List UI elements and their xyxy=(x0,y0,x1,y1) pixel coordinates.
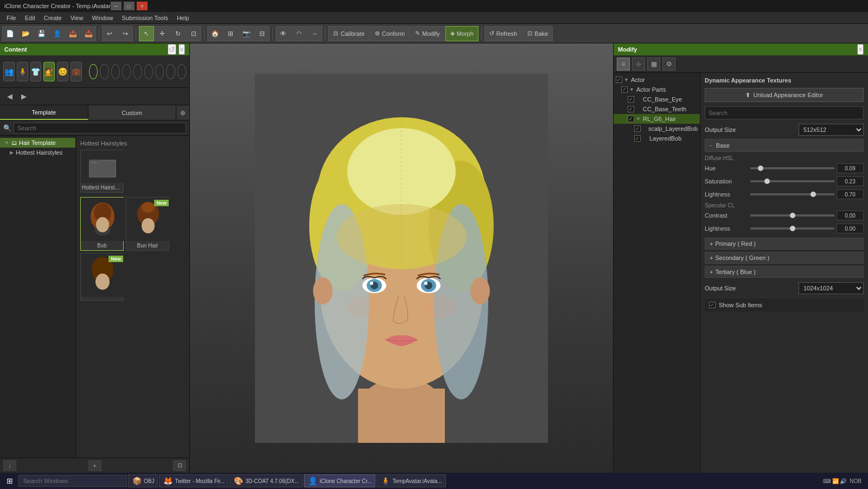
actor-item-hair[interactable]: ✓ ▼ RL_G6_Hair xyxy=(614,114,700,124)
wireframe-btn[interactable]: ⊞ xyxy=(223,26,238,41)
tab-mesh-btn[interactable]: ⊹ xyxy=(632,58,645,71)
hair-checkbox[interactable]: ✓ xyxy=(628,116,634,122)
shape-btn[interactable]: ◠ xyxy=(291,26,307,41)
people-icon-btn[interactable]: 👥 xyxy=(3,62,15,81)
body-icon-btn[interactable]: 🧍 xyxy=(17,62,28,81)
content-close-btn[interactable]: × xyxy=(178,44,185,55)
tree-item-hair-template[interactable]: ▼ 🗂 Hair Template xyxy=(0,138,75,148)
menu-submission-tools[interactable]: Submission Tools xyxy=(118,14,173,22)
redo-btn[interactable]: ↪ xyxy=(118,26,133,41)
template-tab[interactable]: Template xyxy=(0,105,88,120)
lightness-slider[interactable] xyxy=(750,193,834,195)
face-icon-btn[interactable]: 😊 xyxy=(57,62,68,81)
eye-checkbox[interactable]: ✓ xyxy=(628,96,634,103)
tab-settings-btn[interactable]: ⚙ xyxy=(662,58,675,71)
hue-value[interactable] xyxy=(837,163,864,173)
modify-close-btn[interactable]: × xyxy=(857,44,864,55)
circle-btn-9[interactable] xyxy=(177,64,186,79)
taskbar-app-temp[interactable]: 🧍 TempAvatar.iAvata... xyxy=(376,474,445,487)
secondary-section-header[interactable]: + Secondary ( Green ) xyxy=(705,252,864,264)
grid-folder-item[interactable]: Hottest Hairstyles xyxy=(80,150,124,193)
home-btn[interactable]: 🏠 xyxy=(207,26,222,41)
circle-btn-4[interactable] xyxy=(122,64,131,79)
rotate-btn[interactable]: ↻ xyxy=(170,26,186,41)
custom-tab[interactable]: Custom xyxy=(88,105,177,120)
circle-btn-6[interactable] xyxy=(144,64,153,79)
search-input[interactable] xyxy=(14,123,186,134)
scale-btn[interactable]: ⊡ xyxy=(186,26,201,41)
base-section-header[interactable]: − Base xyxy=(705,139,864,152)
tab-expand-btn[interactable]: ⊕ xyxy=(176,105,189,120)
menu-help[interactable]: Help xyxy=(173,14,194,22)
layered-bob-checkbox[interactable]: ✓ xyxy=(634,135,641,142)
hair-icon-btn[interactable]: 💇 xyxy=(43,62,55,81)
unload-appearance-btn[interactable]: ⬆ Unload Appearance Editor xyxy=(705,88,864,102)
actor-item-eye[interactable]: ✓ CC_Base_Eye xyxy=(614,94,700,104)
actor-item-scalp[interactable]: ✓ scalp_LayeredBob xyxy=(614,124,700,134)
modify-btn[interactable]: ✎ Modify xyxy=(410,26,444,41)
grid-item-bun[interactable]: New Bun Hair xyxy=(126,197,169,251)
save-btn[interactable]: 💾 xyxy=(34,26,49,41)
menu-edit[interactable]: Edit xyxy=(21,14,40,22)
new-file-btn[interactable]: 📄 xyxy=(2,26,17,41)
move-btn[interactable]: ✛ xyxy=(155,26,170,41)
maximize-btn[interactable]: □ xyxy=(124,2,135,10)
circle-btn-1[interactable] xyxy=(89,64,98,79)
export-btn[interactable]: 📤 xyxy=(65,26,80,41)
calibrate-btn[interactable]: ⚖ Calibrate xyxy=(328,26,369,41)
appearance-search-input[interactable] xyxy=(705,106,864,119)
nav-forward-btn[interactable]: ▶ xyxy=(18,91,29,102)
taskbar-app-iclone[interactable]: 👤 iClone Character Cr... xyxy=(304,474,375,487)
output-size-select[interactable]: 512x512 1024x1024 2048x2048 xyxy=(799,124,864,136)
circle-btn-5[interactable] xyxy=(133,64,142,79)
hue-slider[interactable] xyxy=(750,167,834,169)
import-btn[interactable]: 👤 xyxy=(49,26,65,41)
saturation-value[interactable] xyxy=(837,176,864,186)
camera-btn[interactable]: 📷 xyxy=(239,26,254,41)
refresh-btn[interactable]: ↺ Refresh xyxy=(484,26,522,41)
lightness-value[interactable] xyxy=(837,189,864,199)
scalp-checkbox[interactable]: ✓ xyxy=(634,125,641,132)
menu-view[interactable]: View xyxy=(66,14,88,22)
spec-lightness-slider[interactable] xyxy=(750,227,834,230)
contrast-slider[interactable] xyxy=(750,214,834,217)
menu-window[interactable]: Window xyxy=(87,14,117,22)
show-sub-items-checkbox[interactable]: ✓ xyxy=(709,302,716,308)
minimize-btn[interactable]: ─ xyxy=(111,2,122,10)
circle-btn-8[interactable] xyxy=(166,64,175,79)
circle-btn-3[interactable] xyxy=(111,64,120,79)
taskbar-app-3dcoat[interactable]: 🎨 3D-COAT 4.7.06(DX... xyxy=(229,474,303,487)
parts-checkbox[interactable]: ✓ xyxy=(621,86,628,93)
actor-item-actor[interactable]: ✓ ▼ Actor xyxy=(614,75,700,85)
taskbar-search-input[interactable] xyxy=(18,475,127,487)
taskbar-app-twitter[interactable]: 🦊 Twitter - Mozilla Fir... xyxy=(159,474,228,487)
cloth-icon-btn[interactable]: 👕 xyxy=(30,62,42,81)
actor-item-teeth[interactable]: ✓ CC_Base_Teeth xyxy=(614,104,700,114)
arrow-btn[interactable]: → xyxy=(307,26,322,41)
contrast-value[interactable] xyxy=(837,211,864,220)
output-size2-select[interactable]: 512x512 1024x1024 2048x2048 xyxy=(799,282,864,294)
eye-btn[interactable]: 👁 xyxy=(276,26,291,41)
export2-btn[interactable]: 📥 xyxy=(81,26,96,41)
start-btn[interactable]: ⊞ xyxy=(2,474,17,487)
grid-item-new-hair[interactable]: New xyxy=(80,253,124,301)
acc-icon-btn[interactable]: 💼 xyxy=(71,62,82,81)
select-btn[interactable]: ↖ xyxy=(139,26,154,41)
close-btn[interactable]: × xyxy=(137,2,148,10)
circle-btn-7[interactable] xyxy=(155,64,164,79)
conform-btn[interactable]: ⊛ Conform xyxy=(370,26,410,41)
expand-grid-btn[interactable]: ⊡ xyxy=(173,460,186,471)
tertiary-section-header[interactable]: + Tertiary ( Blue ) xyxy=(705,266,864,278)
circle-btn-2[interactable] xyxy=(100,64,108,79)
spec-lightness-value[interactable] xyxy=(837,224,864,233)
nav-back-btn[interactable]: ◀ xyxy=(4,91,15,102)
bake-btn[interactable]: ⊡ Bake xyxy=(522,26,553,41)
menu-file[interactable]: File xyxy=(2,14,21,22)
open-btn[interactable]: 📂 xyxy=(18,26,33,41)
actor-item-layered-bob[interactable]: ✓ LayeredBob xyxy=(614,134,700,143)
grid-item-bob[interactable]: Bob xyxy=(80,197,124,251)
add-item-btn[interactable]: + xyxy=(88,460,101,471)
morph-btn[interactable]: ◈ Morph xyxy=(445,26,478,41)
teeth-checkbox[interactable]: ✓ xyxy=(628,106,634,112)
primary-section-header[interactable]: + Primary ( Red ) xyxy=(705,238,864,250)
